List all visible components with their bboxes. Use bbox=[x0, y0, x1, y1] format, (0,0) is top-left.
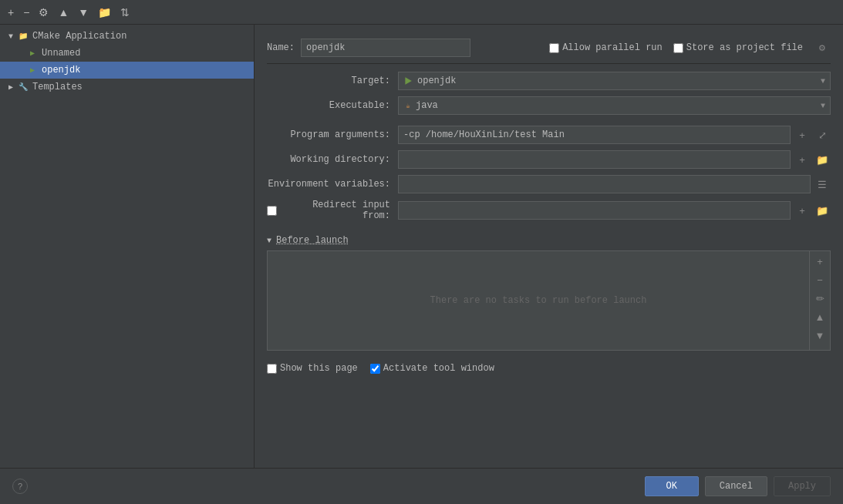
redirect-row: Redirect input from: + 📁 bbox=[267, 200, 831, 221]
allow-parallel-checkbox[interactable] bbox=[549, 43, 559, 53]
program-args-expand-btn[interactable]: + bbox=[794, 126, 811, 143]
before-launch-title-text: Before launch bbox=[276, 235, 349, 246]
main-layout: ▼ 📁 CMake Application ▶ Unnamed ▶ openjd… bbox=[0, 25, 843, 468]
working-dir-label: Working directory: bbox=[267, 154, 398, 165]
executable-field: ☕ java ▼ bbox=[398, 96, 831, 115]
sidebar-item-cmake-app[interactable]: ▼ 📁 CMake Application bbox=[0, 28, 254, 45]
sidebar-item-label-templates: Templates bbox=[32, 82, 83, 92]
allow-parallel-text: Allow parallel run bbox=[562, 42, 663, 53]
toolbar-settings-btn[interactable]: ⚙ bbox=[35, 5, 52, 20]
bottom-checkboxes: Show this page Activate tool window bbox=[267, 363, 831, 374]
activate-tool-label[interactable]: Activate tool window bbox=[370, 363, 494, 374]
toolbar-down-btn[interactable]: ▼ bbox=[75, 5, 92, 20]
ok-button[interactable]: OK bbox=[645, 476, 699, 496]
redirect-field: + 📁 bbox=[398, 201, 831, 220]
folder-icon: 📁 bbox=[17, 30, 29, 42]
before-launch-add-btn[interactable]: + bbox=[811, 253, 828, 270]
target-dropdown-arrow: ▼ bbox=[821, 77, 825, 86]
cancel-button[interactable]: Cancel bbox=[705, 476, 767, 496]
redirect-add-btn[interactable]: + bbox=[794, 202, 811, 219]
program-args-macro-btn[interactable]: ⤢ bbox=[814, 126, 831, 143]
show-page-checkbox[interactable] bbox=[267, 364, 277, 374]
java-icon: ☕ bbox=[403, 101, 413, 110]
program-args-field: + ⤢ bbox=[398, 126, 831, 144]
working-dir-add-btn[interactable]: + bbox=[794, 151, 811, 168]
show-page-text: Show this page bbox=[280, 363, 358, 374]
before-launch-title: Before launch bbox=[276, 235, 349, 246]
target-row: Target: openjdk ▼ bbox=[267, 72, 831, 90]
apply-button[interactable]: Apply bbox=[774, 476, 831, 496]
before-launch-edit-btn[interactable]: ✏ bbox=[811, 290, 828, 307]
redirect-browse-btn[interactable]: 📁 bbox=[814, 202, 831, 219]
activate-tool-checkbox[interactable] bbox=[370, 364, 380, 374]
footer: ? OK Cancel Apply bbox=[0, 468, 843, 504]
before-launch-remove-btn[interactable]: − bbox=[811, 271, 828, 288]
target-label: Target: bbox=[267, 76, 398, 86]
executable-dropdown-content: ☕ java bbox=[403, 100, 438, 111]
store-as-project-text: Store as project file bbox=[686, 42, 803, 53]
before-launch-arrow[interactable]: ▼ bbox=[267, 237, 271, 245]
show-page-label[interactable]: Show this page bbox=[267, 363, 358, 374]
toolbar-sort-btn[interactable]: ⇅ bbox=[117, 5, 133, 20]
before-launch-empty-text: There are no tasks to run before launch bbox=[268, 251, 809, 350]
header-row: Name: Allow parallel run Store as projec… bbox=[267, 34, 831, 64]
sidebar-item-templates[interactable]: ▶ 🔧 Templates bbox=[0, 79, 254, 96]
tree-arrow-cmake: ▼ bbox=[6, 32, 15, 41]
working-dir-field: + 📁 bbox=[398, 150, 831, 169]
store-as-project-settings-btn[interactable]: ⚙ bbox=[814, 39, 831, 56]
program-args-row: Program arguments: + ⤢ bbox=[267, 126, 831, 144]
executable-value: java bbox=[416, 100, 438, 111]
run-icon-openjdk: ▶ bbox=[26, 64, 39, 76]
env-vars-row: Environment variables: ☰ bbox=[267, 175, 831, 193]
redirect-checkbox-row: Redirect input from: bbox=[267, 200, 390, 221]
redirect-input[interactable] bbox=[398, 201, 791, 220]
working-dir-browse-btn[interactable]: 📁 bbox=[814, 151, 831, 168]
toolbar-up-btn[interactable]: ▲ bbox=[55, 5, 72, 20]
redirect-checkbox[interactable] bbox=[267, 206, 277, 216]
sidebar-item-openjdk[interactable]: ▶ openjdk bbox=[0, 62, 254, 79]
redirect-label-container: Redirect input from: bbox=[267, 200, 398, 221]
name-field-container: Name: bbox=[267, 39, 546, 57]
program-args-label: Program arguments: bbox=[267, 129, 398, 140]
executable-dropdown-arrow: ▼ bbox=[821, 102, 825, 110]
env-vars-input[interactable] bbox=[398, 175, 811, 193]
store-as-project-checkbox[interactable] bbox=[673, 43, 683, 53]
env-vars-field: ☰ bbox=[398, 175, 831, 193]
target-dropdown-content: openjdk bbox=[403, 76, 456, 86]
name-input[interactable] bbox=[301, 39, 470, 57]
toolbar-add-btn[interactable]: + bbox=[5, 5, 17, 20]
before-launch-section: ▼ Before launch bbox=[267, 235, 831, 246]
executable-row: Executable: ☕ java ▼ bbox=[267, 96, 831, 115]
before-launch-up-btn[interactable]: ▲ bbox=[811, 308, 828, 325]
tree-arrow-openjdk bbox=[15, 66, 25, 75]
wrench-icon-templates: 🔧 bbox=[17, 81, 29, 93]
help-button[interactable]: ? bbox=[12, 479, 28, 494]
activate-tool-text: Activate tool window bbox=[383, 363, 494, 374]
env-vars-edit-btn[interactable]: ☰ bbox=[814, 176, 831, 193]
sidebar-item-unnamed[interactable]: ▶ Unnamed bbox=[0, 45, 254, 62]
allow-parallel-label[interactable]: Allow parallel run bbox=[549, 42, 663, 53]
name-label: Name: bbox=[267, 42, 295, 53]
program-args-input[interactable] bbox=[398, 126, 791, 144]
working-dir-input[interactable] bbox=[398, 150, 791, 169]
before-launch-box: There are no tasks to run before launch … bbox=[267, 250, 831, 351]
working-dir-row: Working directory: + 📁 bbox=[267, 150, 831, 169]
executable-label: Executable: bbox=[267, 100, 398, 111]
executable-dropdown[interactable]: ☕ java ▼ bbox=[398, 96, 831, 115]
tree-arrow-templates: ▶ bbox=[6, 82, 15, 92]
target-dropdown[interactable]: openjdk ▼ bbox=[398, 72, 831, 90]
redirect-label: Redirect input from: bbox=[282, 200, 390, 221]
sidebar-item-label-unnamed: Unnamed bbox=[42, 48, 80, 59]
header-checkboxes: Allow parallel run Store as project file… bbox=[549, 39, 831, 56]
toolbar-folder-btn[interactable]: 📁 bbox=[95, 5, 114, 20]
target-field: openjdk ▼ bbox=[398, 72, 831, 90]
target-run-icon bbox=[403, 76, 413, 86]
store-as-project-label[interactable]: Store as project file bbox=[673, 42, 803, 53]
tree-arrow-unnamed bbox=[15, 49, 25, 58]
before-launch-sidebar: + − ✏ ▲ ▼ bbox=[809, 251, 830, 350]
sidebar-item-label-cmake: CMake Application bbox=[32, 31, 126, 42]
sidebar: ▼ 📁 CMake Application ▶ Unnamed ▶ openjd… bbox=[0, 25, 255, 468]
toolbar: + − ⚙ ▲ ▼ 📁 ⇅ bbox=[0, 0, 843, 25]
before-launch-down-btn[interactable]: ▼ bbox=[811, 327, 828, 344]
toolbar-remove-btn[interactable]: − bbox=[20, 5, 32, 20]
